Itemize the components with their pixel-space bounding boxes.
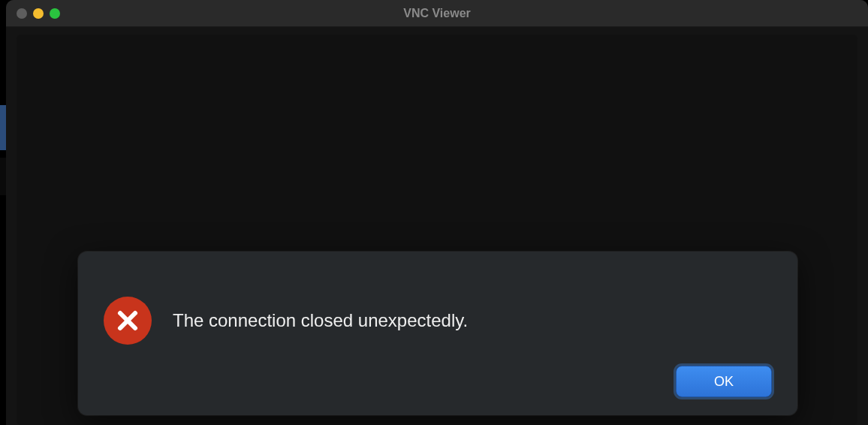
close-window-button[interactable] (17, 8, 27, 19)
error-dialog: The connection closed unexpectedly. OK (78, 252, 797, 415)
dialog-footer: OK (104, 366, 772, 397)
background-edge (0, 158, 6, 195)
window-controls (6, 8, 60, 19)
ok-button[interactable]: OK (676, 366, 772, 397)
background-edge (0, 105, 6, 150)
window-title: VNC Viewer (6, 7, 868, 20)
maximize-window-button[interactable] (50, 8, 60, 19)
error-icon (104, 297, 152, 345)
minimize-window-button[interactable] (33, 8, 44, 19)
titlebar: VNC Viewer (6, 0, 868, 27)
dialog-message: The connection closed unexpectedly. (173, 310, 468, 331)
x-icon (115, 308, 140, 333)
dialog-body: The connection closed unexpectedly. (104, 276, 772, 366)
